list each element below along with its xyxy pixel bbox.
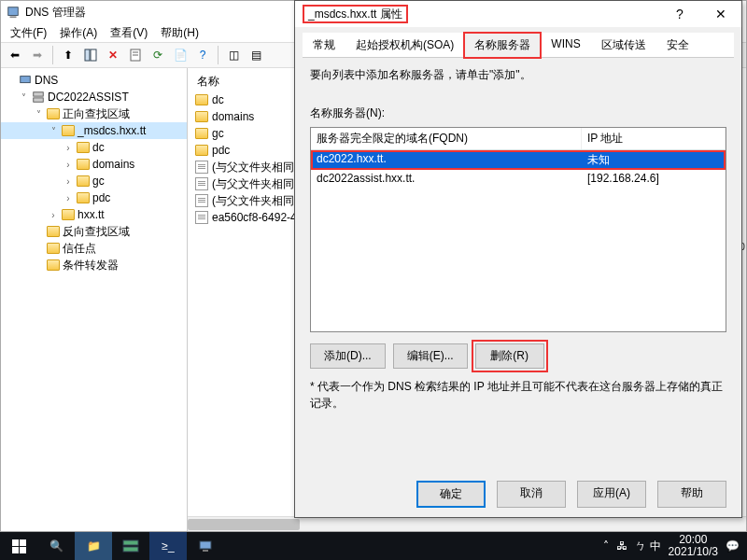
svg-rect-3 [91,49,96,61]
tab-general[interactable]: 常规 [303,33,345,57]
server-manager-button[interactable] [112,532,149,560]
svg-rect-12 [200,541,211,549]
cancel-button[interactable]: 取消 [497,481,566,508]
dialog-titlebar: _msdcs.hxx.tt 属性 ? ✕ [295,1,741,27]
forward-button[interactable]: ➡ [27,45,48,65]
tree-zone-hxx[interactable]: hxx.tt [78,208,105,221]
menu-action[interactable]: 操作(A) [54,23,103,43]
tree-pane[interactable]: DNS ˅DC2022ASSIST ˅正向查找区域 ˅_msdcs.hxx.tt… [1,68,188,531]
expander-icon[interactable]: ˅ [48,126,59,136]
table-row[interactable]: dc2022assist.hxx.tt. [192.168.24.6] [311,170,726,187]
menu-view[interactable]: 查看(V) [105,23,153,43]
expander-icon[interactable]: › [63,176,74,187]
close-button[interactable]: ✕ [700,1,741,27]
note-text: * 代表一个作为 DNS 检索结果的 IP 地址并且可能不代表在这台服务器上存储… [310,378,726,412]
svg-rect-8 [34,92,44,96]
help-button[interactable]: ? [192,45,213,65]
tree-child-dc[interactable]: dc [92,141,105,154]
show-hide-tree-button[interactable] [80,45,101,65]
start-button[interactable] [0,532,37,560]
powershell-button[interactable]: ≥_ [149,532,187,560]
tree-reverse-zones[interactable]: 反向查找区域 [63,224,130,240]
clock[interactable]: 20:00 2021/10/3 [669,534,718,558]
tab-wins[interactable]: WINS [541,33,590,57]
tree-forward-zones[interactable]: 正向查找区域 [63,106,130,122]
apply-button[interactable]: 应用(A) [577,481,646,508]
dns-manager-button[interactable] [187,532,224,560]
tree-child-gc[interactable]: gc [92,175,105,188]
notifications-icon[interactable]: 💬 [726,539,740,553]
horizontal-scrollbar[interactable] [188,516,746,531]
dialog-title: _msdcs.hxx.tt 属性 [303,5,408,23]
filter-button[interactable]: ◫ [223,45,244,65]
tree-child-pdc[interactable]: pdc [92,191,110,204]
folder-icon [47,259,60,271]
folder-icon [195,145,208,156]
add-button[interactable]: 添加(D)... [310,343,386,369]
expander-icon[interactable]: › [63,160,74,170]
folder-icon [195,94,208,105]
new-button[interactable]: ▤ [246,45,266,65]
explorer-button[interactable]: 📁 [75,532,112,560]
expander-icon[interactable]: ˅ [33,109,44,119]
refresh-button[interactable]: ⟳ [148,45,168,65]
menu-help[interactable]: 帮助(H) [155,23,204,43]
search-button[interactable]: 🔍 [37,532,75,560]
record-icon [195,194,208,207]
dns-root-icon [19,74,32,87]
folder-icon [195,111,208,122]
edit-button[interactable]: 编辑(E)... [393,343,468,369]
tray-chevron-icon[interactable]: ˄ [603,539,609,553]
record-icon [195,211,208,224]
ok-button[interactable]: 确定 [416,481,486,508]
zone-properties-dialog: _msdcs.hxx.tt 属性 ? ✕ 常规 起始授权机构(SOA) 名称服务… [294,0,742,518]
expander-icon[interactable]: › [48,210,59,220]
folder-icon [62,209,75,220]
tree-child-domains[interactable]: domains [92,158,134,171]
intro-text: 要向列表中添加名称服务器，请单击"添加"。 [310,67,726,83]
table-row[interactable]: dc2022.hxx.tt. 未知 [311,150,726,170]
tree-conditional-fwd[interactable]: 条件转发器 [63,258,119,273]
tab-security[interactable]: 安全 [656,33,699,57]
help-button[interactable]: ? [659,1,700,27]
col-ip[interactable]: IP 地址 [582,128,726,149]
remove-button[interactable]: 删除(R) [475,343,544,369]
dialog-tabs: 常规 起始授权机构(SOA) 名称服务器 WINS 区域传送 安全 [303,33,734,58]
folder-icon [77,192,90,203]
svg-rect-10 [123,540,138,545]
tree-server[interactable]: DC2022ASSIST [48,91,129,104]
svg-rect-2 [85,49,90,61]
delete-button[interactable]: ✕ [103,45,123,65]
menu-file[interactable]: 文件(F) [5,23,52,43]
tree-dns-root[interactable]: DNS [35,74,58,87]
svg-rect-0 [8,7,19,16]
back-button[interactable]: ⬅ [5,45,25,65]
ime-indicator[interactable]: ㄅ 中 [635,539,660,554]
svg-rect-1 [10,16,17,18]
record-icon [195,177,208,190]
tab-name-servers[interactable]: 名称服务器 [464,33,541,58]
folder-icon [77,175,90,187]
expander-icon[interactable]: ˅ [18,92,29,103]
tab-zone-transfer[interactable]: 区域传送 [591,33,656,57]
windows-icon [12,539,26,553]
svg-rect-11 [123,547,138,552]
record-icon [195,161,208,174]
col-fqdn[interactable]: 服务器完全限定的域名(FQDN) [311,128,582,149]
taskbar[interactable]: 🔍 📁 ≥_ ˄ 🖧 ㄅ 中 20:00 2021/10/3 💬 [0,532,747,560]
tree-zone-msdcs[interactable]: _msdcs.hxx.tt [78,124,146,137]
ns-table[interactable]: 服务器完全限定的域名(FQDN) IP 地址 dc2022.hxx.tt. 未知… [310,127,726,332]
folder-icon [47,108,60,119]
tab-soa[interactable]: 起始授权机构(SOA) [345,33,464,57]
tree-trust-points[interactable]: 信任点 [63,241,96,257]
system-tray[interactable]: ˄ 🖧 ㄅ 中 20:00 2021/10/3 💬 [603,534,747,558]
help-button[interactable]: 帮助 [657,481,726,508]
expander-icon[interactable]: › [63,193,74,203]
export-button[interactable]: 📄 [170,45,190,65]
expander-icon[interactable]: › [63,143,74,153]
folder-icon [47,226,60,237]
network-icon[interactable]: 🖧 [616,539,627,553]
up-button[interactable]: ⬆ [58,45,78,65]
folder-icon [195,128,208,139]
properties-button[interactable] [125,45,146,65]
